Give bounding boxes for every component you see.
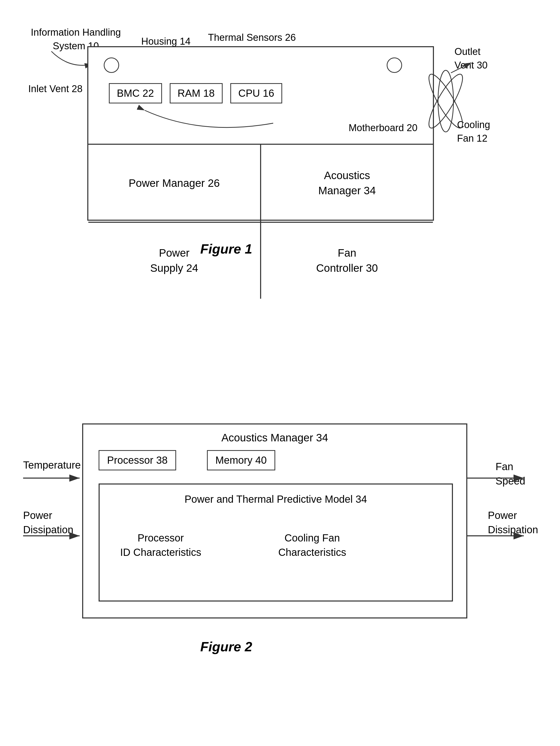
cpu-box: CPU 16 <box>230 83 282 104</box>
acoustics-manager-title: Acoustics Manager 34 <box>221 432 328 444</box>
cooling-fan-icon <box>430 63 461 140</box>
acoustics-outer-box: Acoustics Manager 34 Processor 38 Memory… <box>82 424 467 619</box>
label-cooling-fan: CoolingFan 12 <box>457 118 490 145</box>
predictive-model-title: Power and Thermal Predictive Model 34 <box>185 493 367 505</box>
label-inlet-vent: Inlet Vent 28 <box>28 83 82 94</box>
sensor-circle-right <box>387 57 402 73</box>
svg-point-5 <box>438 70 453 132</box>
processor-box: Processor 38 <box>99 450 176 470</box>
arrow-fan-speed <box>467 474 529 484</box>
bmc-box: BMC 22 <box>109 83 162 104</box>
label-temperature-in: Temperature <box>23 459 81 471</box>
arrow-power-diss-out <box>467 531 529 542</box>
cell-power-supply: PowerSupply 24 <box>88 223 261 299</box>
housing-bottom-row2: PowerSupply 24 FanController 30 <box>88 222 433 299</box>
sensor-circle-left <box>104 57 119 73</box>
label-thermal-sensors: Thermal Sensors 26 <box>208 32 296 43</box>
proc-mem-row: Processor 38 Memory 40 <box>99 450 275 470</box>
figure2-caption: Figure 2 <box>200 639 252 654</box>
cell-power-manager: Power Manager 26 <box>88 145 261 222</box>
arrow-power-diss-in <box>23 531 85 542</box>
arrow-motherboard <box>124 105 278 136</box>
processor-id-chars: ProcessorID Characteristics <box>120 531 201 560</box>
predictive-model-box: Power and Thermal Predictive Model 34 Pr… <box>99 484 453 602</box>
ram-box: RAM 18 <box>170 83 223 104</box>
characteristics-row: ProcessorID Characteristics Cooling FanC… <box>120 531 346 560</box>
housing-top-section: BMC 22 RAM 18 CPU 16 Motherboard 20 <box>88 47 433 145</box>
cell-acoustics-manager: AcousticsManager 34 <box>261 145 433 222</box>
cooling-fan-chars: Cooling FanCharacteristics <box>278 531 346 560</box>
cell-fan-controller: FanController 30 <box>261 223 433 299</box>
memory-box: Memory 40 <box>207 450 275 470</box>
components-row: BMC 22 RAM 18 CPU 16 <box>109 83 282 104</box>
label-housing: Housing 14 <box>141 36 191 47</box>
housing-box: BMC 22 RAM 18 CPU 16 Motherboard 20 Powe… <box>87 46 434 221</box>
housing-bottom-section: Power Manager 26 AcousticsManager 34 <box>88 145 433 222</box>
label-motherboard: Motherboard 20 <box>349 122 418 134</box>
arrow-temperature <box>23 474 85 484</box>
figure1-caption: Figure 1 <box>200 241 252 257</box>
